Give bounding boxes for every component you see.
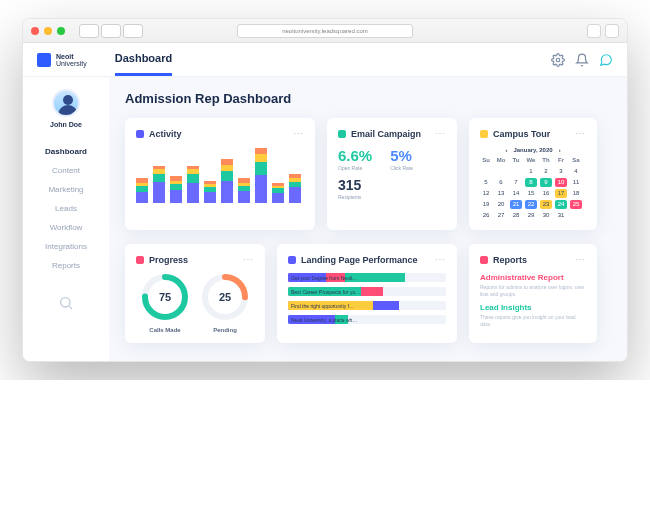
- more-icon[interactable]: ⋯: [435, 128, 446, 139]
- share-icon[interactable]: [587, 24, 601, 38]
- cal-day[interactable]: 28: [510, 211, 522, 220]
- cal-day[interactable]: 11: [570, 178, 582, 187]
- cal-day[interactable]: 22: [525, 200, 537, 209]
- cal-day[interactable]: 15: [525, 189, 537, 198]
- cal-dow: We: [525, 156, 537, 165]
- browser-window: neoituniversity.leadsquared.com Neoit Un…: [22, 18, 628, 362]
- sidebar: John Doe DashboardContentMarketingLeadsW…: [23, 77, 109, 361]
- cal-day[interactable]: 3: [555, 167, 567, 176]
- cal-day[interactable]: 30: [540, 211, 552, 220]
- cal-day[interactable]: 10: [555, 178, 567, 187]
- landing-bar: Neoit University, a place wh…: [288, 315, 446, 324]
- cal-day[interactable]: 18: [570, 189, 582, 198]
- cal-day[interactable]: 24: [555, 200, 567, 209]
- user-name: John Doe: [50, 121, 82, 128]
- cal-day[interactable]: 7: [510, 178, 522, 187]
- recipients-label: Recipients: [338, 194, 446, 200]
- url-bar[interactable]: neoituniversity.leadsquared.com: [237, 24, 413, 38]
- search-icon[interactable]: [58, 295, 74, 311]
- cal-day[interactable]: 20: [495, 200, 507, 209]
- cal-day[interactable]: 27: [495, 211, 507, 220]
- more-icon[interactable]: ⋯: [243, 254, 254, 265]
- cal-day[interactable]: 31: [555, 211, 567, 220]
- report-title[interactable]: Lead Insights: [480, 303, 586, 312]
- cal-day[interactable]: 19: [480, 200, 492, 209]
- more-icon[interactable]: ⋯: [435, 254, 446, 265]
- more-icon[interactable]: ⋯: [575, 128, 586, 139]
- sidebar-item-integrations[interactable]: Integrations: [23, 237, 109, 256]
- cal-day[interactable]: 25: [570, 200, 582, 209]
- nav-buttons: [79, 24, 143, 38]
- bar: [153, 166, 165, 203]
- avatar[interactable]: [52, 89, 80, 117]
- sidebar-item-content[interactable]: Content: [23, 161, 109, 180]
- sidebar-item-leads[interactable]: Leads: [23, 199, 109, 218]
- sidebar-toggle-button[interactable]: [123, 24, 143, 38]
- cal-day[interactable]: 29: [525, 211, 537, 220]
- titlebar: neoituniversity.leadsquared.com: [23, 19, 627, 43]
- card-email: Email Campaign ⋯ 6.6% Open Rate 5% Click…: [327, 118, 457, 230]
- activity-chart: [136, 147, 304, 203]
- card-title: Reports: [493, 255, 527, 265]
- back-button[interactable]: [79, 24, 99, 38]
- cal-day[interactable]: 1: [525, 167, 537, 176]
- sidebar-item-dashboard[interactable]: Dashboard: [23, 142, 109, 161]
- bar: [289, 174, 301, 203]
- cal-day[interactable]: 2: [540, 167, 552, 176]
- maximize-icon[interactable]: [57, 27, 65, 35]
- progress-ring: 75: [141, 273, 189, 321]
- brand-name: Neoit: [56, 53, 87, 60]
- help-icon[interactable]: [599, 53, 613, 67]
- card-title: Activity: [149, 129, 182, 139]
- bar: [238, 178, 250, 203]
- square-icon: [480, 256, 488, 264]
- forward-button[interactable]: [101, 24, 121, 38]
- cal-day[interactable]: 5: [480, 178, 492, 187]
- tab-dashboard[interactable]: Dashboard: [115, 43, 172, 76]
- report-desc: These reports give you insight on your l…: [480, 314, 586, 327]
- cal-dow: Sa: [570, 156, 582, 165]
- bell-icon[interactable]: [575, 53, 589, 67]
- cal-day[interactable]: 8: [525, 178, 537, 187]
- cal-next[interactable]: ›: [559, 147, 561, 153]
- cal-day[interactable]: 17: [555, 189, 567, 198]
- report-title[interactable]: Administrative Report: [480, 273, 586, 282]
- brand-logo[interactable]: Neoit University: [37, 53, 87, 67]
- bar: [272, 183, 284, 203]
- square-icon: [480, 130, 488, 138]
- sidebar-item-reports[interactable]: Reports: [23, 256, 109, 275]
- close-icon[interactable]: [31, 27, 39, 35]
- recipients-value: 315: [338, 177, 446, 193]
- cal-day[interactable]: 21: [510, 200, 522, 209]
- cal-day[interactable]: 16: [540, 189, 552, 198]
- sidebar-item-workflow[interactable]: Workflow: [23, 218, 109, 237]
- more-icon[interactable]: ⋯: [575, 254, 586, 265]
- cal-prev[interactable]: ‹: [505, 147, 507, 153]
- gear-icon[interactable]: [551, 53, 565, 67]
- cal-day[interactable]: 14: [510, 189, 522, 198]
- card-title: Landing Page Performance: [301, 255, 418, 265]
- card-landing: Landing Page Performance ⋯ Get your Degr…: [277, 244, 457, 343]
- card-campus: Campus Tour ⋯ ‹ January, 2020 › SuMoTuWe…: [469, 118, 597, 230]
- cal-day[interactable]: 4: [570, 167, 582, 176]
- square-icon: [136, 256, 144, 264]
- open-rate-label: Open Rate: [338, 165, 372, 171]
- progress-rings: 7525: [136, 273, 254, 321]
- calendar-grid: SuMoTuWeThFrSa12345678910111213141516171…: [480, 156, 586, 220]
- landing-bar: Get your Degree from Neoit…: [288, 273, 446, 282]
- app-header: Neoit University Dashboard: [23, 43, 627, 77]
- cal-day[interactable]: 13: [495, 189, 507, 198]
- open-rate-value: 6.6%: [338, 147, 372, 164]
- more-icon[interactable]: ⋯: [293, 128, 304, 139]
- cal-day[interactable]: 26: [480, 211, 492, 220]
- card-progress: Progress ⋯ 7525 Calls Made Pending: [125, 244, 265, 343]
- minimize-icon[interactable]: [44, 27, 52, 35]
- cal-day[interactable]: 9: [540, 178, 552, 187]
- cal-day[interactable]: 12: [480, 189, 492, 198]
- cal-day[interactable]: 6: [495, 178, 507, 187]
- tabs-icon[interactable]: [605, 24, 619, 38]
- sidebar-item-marketing[interactable]: Marketing: [23, 180, 109, 199]
- square-icon: [136, 130, 144, 138]
- window-controls[interactable]: [31, 27, 65, 35]
- cal-day[interactable]: 23: [540, 200, 552, 209]
